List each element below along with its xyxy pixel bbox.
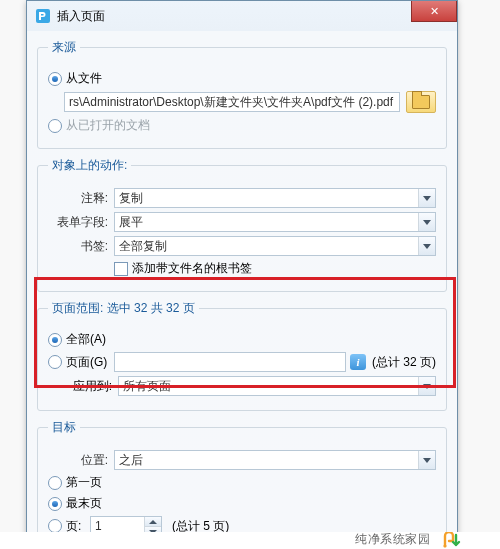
titlebar[interactable]: 插入页面 ✕	[27, 1, 457, 31]
close-icon: ✕	[430, 6, 439, 17]
source-group: 来源 从文件 rs\Administrator\Desktop\新建文件夹\文件…	[37, 39, 447, 149]
bookmark-value: 全部复制	[119, 239, 167, 253]
range-pages-row: 页面(G) i (总计 32 页)	[48, 352, 436, 372]
annot-row: 注释: 复制	[48, 188, 436, 208]
from-open-docs-row: 从已打开的文档	[48, 117, 436, 134]
from-open-docs-label[interactable]: 从已打开的文档	[66, 117, 150, 134]
insert-pages-dialog: 插入页面 ✕ 来源 从文件 rs\Administrator\Desktop\新…	[26, 0, 458, 534]
from-open-docs-radio[interactable]	[48, 119, 62, 133]
file-path-input[interactable]: rs\Administrator\Desktop\新建文件夹\文件夹A\pdf文…	[64, 92, 400, 112]
range-pages-label[interactable]: 页面(G)	[66, 354, 114, 371]
watermark-icon	[436, 532, 464, 548]
last-page-row: 最末页	[48, 495, 436, 512]
actions-legend: 对象上的动作:	[48, 157, 131, 174]
annot-value: 复制	[119, 191, 143, 205]
folder-icon	[412, 95, 430, 109]
app-icon	[35, 8, 51, 24]
range-all-row: 全部(A)	[48, 331, 436, 348]
annot-combo[interactable]: 复制	[114, 188, 436, 208]
svg-point-1	[443, 544, 446, 547]
add-root-bookmark-label[interactable]: 添加带文件名的根书签	[132, 260, 252, 277]
spin-up-button[interactable]	[145, 517, 161, 527]
range-all-label[interactable]: 全部(A)	[66, 331, 106, 348]
range-pages-radio[interactable]	[48, 355, 62, 369]
apply-to-label: 应用到:	[48, 378, 118, 395]
target-legend: 目标	[48, 419, 80, 436]
annot-label: 注释:	[48, 190, 114, 207]
from-file-label[interactable]: 从文件	[66, 70, 102, 87]
page-number-radio[interactable]	[48, 519, 62, 533]
page-range-group: 页面范围: 选中 32 共 32 页 全部(A) 页面(G) i (总计 32 …	[37, 300, 447, 411]
position-value: 之后	[119, 453, 143, 467]
range-pages-input[interactable]	[114, 352, 346, 372]
browse-button[interactable]	[406, 91, 436, 113]
chevron-up-icon	[149, 520, 157, 524]
bookmark-combo[interactable]: 全部复制	[114, 236, 436, 256]
formfield-row: 表单字段: 展平	[48, 212, 436, 232]
apply-to-combo[interactable]: 所有页面	[118, 376, 436, 396]
info-icon[interactable]: i	[350, 354, 366, 370]
apply-to-row: 应用到: 所有页面	[48, 376, 436, 396]
source-legend: 来源	[48, 39, 80, 56]
first-page-row: 第一页	[48, 474, 436, 491]
position-combo[interactable]: 之后	[114, 450, 436, 470]
bookmark-label: 书签:	[48, 238, 114, 255]
chevron-down-icon	[418, 237, 435, 255]
last-page-label[interactable]: 最末页	[66, 495, 102, 512]
bookmark-check-row: 添加带文件名的根书签	[48, 260, 436, 277]
formfield-value: 展平	[119, 215, 143, 229]
page-range-legend-prefix: 页面范围:	[52, 301, 107, 315]
from-file-row: 从文件	[48, 70, 436, 87]
bookmark-row: 书签: 全部复制	[48, 236, 436, 256]
chevron-down-icon	[418, 213, 435, 231]
first-page-label[interactable]: 第一页	[66, 474, 102, 491]
from-file-radio[interactable]	[48, 72, 62, 86]
watermark-text: 纯净系统家园	[355, 531, 430, 548]
range-total-text: (总计 32 页)	[372, 354, 436, 371]
actions-group: 对象上的动作: 注释: 复制 表单字段: 展平 书签:	[37, 157, 447, 292]
position-label: 位置:	[48, 452, 114, 469]
file-path-row: rs\Administrator\Desktop\新建文件夹\文件夹A\pdf文…	[48, 91, 436, 113]
range-all-radio[interactable]	[48, 333, 62, 347]
page-range-legend-mid: 选中 32 共 32 页	[107, 301, 195, 315]
formfield-combo[interactable]: 展平	[114, 212, 436, 232]
first-page-radio[interactable]	[48, 476, 62, 490]
close-button[interactable]: ✕	[411, 1, 457, 22]
formfield-label: 表单字段:	[48, 214, 114, 231]
window-title: 插入页面	[57, 8, 105, 25]
page-range-legend: 页面范围: 选中 32 共 32 页	[48, 300, 199, 317]
chevron-down-icon	[418, 189, 435, 207]
apply-to-value: 所有页面	[123, 379, 171, 393]
position-row: 位置: 之后	[48, 450, 436, 470]
chevron-down-icon	[418, 377, 435, 395]
add-root-bookmark-checkbox[interactable]	[114, 262, 128, 276]
target-group: 目标 位置: 之后 第一页 最末页	[37, 419, 447, 549]
chevron-down-icon	[418, 451, 435, 469]
last-page-radio[interactable]	[48, 497, 62, 511]
